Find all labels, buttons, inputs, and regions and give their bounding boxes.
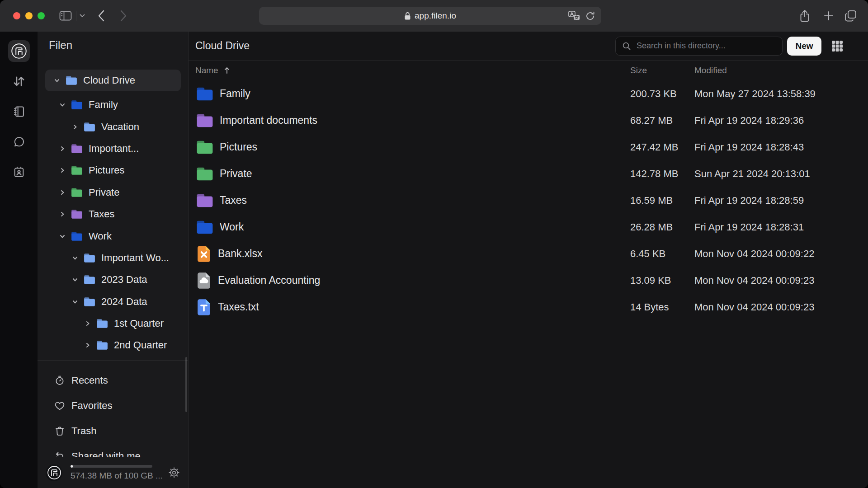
app-title: Filen: [38, 32, 188, 59]
tree-item-1st-quarter[interactable]: 1st Quarter: [45, 313, 181, 334]
sidebar-item-recents[interactable]: Recents: [45, 370, 181, 391]
folder-icon: [71, 165, 83, 175]
folder-icon: [196, 140, 213, 155]
tree-item-cloud-drive[interactable]: Cloud Drive: [45, 70, 181, 91]
tree-item-label: Private: [89, 187, 119, 198]
file-size: 6.45 KB: [630, 248, 694, 260]
sidebar-toggle-icon[interactable]: [59, 11, 72, 21]
rail-item-notes-icon[interactable]: [8, 101, 30, 122]
forward-icon[interactable]: [120, 10, 127, 22]
avatar[interactable]: [46, 465, 62, 481]
translate-icon[interactable]: [568, 11, 580, 21]
file-modified: Fri Apr 19 2024 18:29:36: [694, 115, 868, 127]
file-name: Taxes: [220, 194, 247, 206]
rail-item-chat-icon[interactable]: [8, 131, 30, 153]
minimize-window-button[interactable]: [25, 12, 33, 19]
folder-icon: [84, 297, 95, 307]
address-bar[interactable]: app.filen.io: [259, 7, 601, 25]
back-icon[interactable]: [98, 10, 104, 22]
chevron-down-icon[interactable]: [71, 254, 79, 262]
tree-item-2nd-quarter[interactable]: 2nd Quarter: [45, 334, 181, 356]
rail-item-transfers-icon[interactable]: [8, 70, 30, 92]
folder-icon: [71, 231, 83, 241]
storage-label: 574.38 MB of 100 GB ...: [71, 471, 163, 481]
grid-view-icon[interactable]: [831, 40, 844, 52]
traffic-lights: [13, 12, 45, 19]
zoom-window-button[interactable]: [38, 12, 45, 19]
chevron-right-icon[interactable]: [84, 319, 92, 328]
chevron-right-icon[interactable]: [58, 210, 66, 218]
chevron-right-icon[interactable]: [58, 145, 66, 153]
new-tab-icon[interactable]: [823, 10, 834, 21]
tree-item-work[interactable]: Work: [45, 225, 181, 247]
tab-overview-icon[interactable]: [844, 10, 857, 22]
lock-icon: [404, 12, 411, 20]
tree-item-private[interactable]: Private: [45, 182, 181, 203]
file-modified: Mon Nov 04 2024 00:09:22: [694, 248, 868, 260]
chevron-down-icon[interactable]: [58, 232, 66, 240]
tree-item-family[interactable]: Family: [45, 94, 181, 116]
chevron-right-icon[interactable]: [84, 341, 92, 349]
table-row[interactable]: Taxes16.59 MBFri Apr 19 2024 18:28:59: [189, 187, 868, 214]
chevron-right-icon[interactable]: [58, 188, 66, 197]
table-row[interactable]: Family200.73 KBMon May 27 2024 13:58:39: [189, 80, 868, 107]
folder-icon: [84, 253, 95, 263]
folder-icon: [96, 319, 108, 328]
new-button[interactable]: New: [787, 37, 821, 56]
chevron-down-icon[interactable]: [71, 276, 79, 284]
tree-item-2024-data[interactable]: 2024 Data: [45, 291, 181, 313]
chevron-down-icon[interactable]: [80, 14, 85, 18]
tree-item-taxes[interactable]: Taxes: [45, 203, 181, 225]
rail-item-contacts-icon[interactable]: [8, 161, 30, 183]
file-modified: Fri Apr 19 2024 18:28:31: [694, 221, 868, 233]
tree-item-label: 1st Quarter: [114, 318, 164, 329]
chevron-down-icon[interactable]: [71, 298, 79, 306]
table-row[interactable]: Evaluation Accounting13.09 KBMon Nov 04 …: [189, 267, 868, 294]
folder-icon: [66, 75, 77, 85]
table-row[interactable]: Taxes.txt14 BytesMon Nov 04 2024 00:09:2…: [189, 294, 868, 320]
file-size: 16.59 MB: [630, 195, 694, 206]
folder-icon: [71, 188, 83, 197]
chevron-down-icon[interactable]: [53, 76, 61, 84]
tree-item-important[interactable]: Important...: [45, 138, 181, 160]
file-modified: Mon Nov 04 2024 00:09:23: [694, 275, 868, 286]
file-modified: Fri Apr 19 2024 18:28:43: [694, 141, 868, 153]
table-row[interactable]: Work26.28 MBFri Apr 19 2024 18:28:31: [189, 214, 868, 240]
chevron-down-icon[interactable]: [58, 101, 66, 109]
folder-icon: [84, 122, 95, 132]
reload-icon[interactable]: [585, 11, 595, 21]
chat-icon: [13, 136, 25, 148]
search-icon: [622, 42, 631, 51]
search-input[interactable]: [636, 41, 776, 51]
column-header-size[interactable]: Size: [630, 66, 694, 75]
sidebar-item-label: Recents: [71, 375, 108, 386]
sidebar-scrollbar[interactable]: [185, 357, 187, 412]
column-header-modified[interactable]: Modified: [694, 66, 868, 75]
close-window-button[interactable]: [13, 12, 20, 19]
table-row[interactable]: Pictures247.42 MBFri Apr 19 2024 18:28:4…: [189, 134, 868, 160]
settings-gear-icon[interactable]: [168, 467, 180, 479]
rail-item-filen-logo[interactable]: [8, 40, 30, 62]
tree-item-vacation[interactable]: Vacation: [45, 116, 181, 137]
file-name: Evaluation Accounting: [218, 274, 320, 286]
tree-item-pictures[interactable]: Pictures: [45, 160, 181, 181]
chevron-right-icon[interactable]: [58, 166, 66, 174]
tree-item-important-wo[interactable]: Important Wo...: [45, 247, 181, 269]
timer-icon: [54, 375, 65, 386]
column-header-name[interactable]: Name: [189, 66, 630, 75]
tree-item-2023-data[interactable]: 2023 Data: [45, 269, 181, 291]
folder-icon: [71, 209, 83, 219]
table-row[interactable]: Bank.xlsx6.45 KBMon Nov 04 2024 00:09:22: [189, 240, 868, 267]
table-row[interactable]: Important documents68.27 MBFri Apr 19 20…: [189, 107, 868, 134]
main-header: Cloud Drive New: [189, 32, 868, 61]
browser-titlebar: app.filen.io: [0, 0, 868, 32]
sidebar-item-favorites[interactable]: Favorites: [45, 395, 181, 417]
account-footer: 574.38 MB of 100 GB ...: [38, 457, 188, 488]
file-name: Family: [220, 88, 250, 100]
table-row[interactable]: Private142.78 MBSun Apr 21 2024 20:13:01: [189, 160, 868, 187]
file-excel-icon: [196, 245, 212, 263]
folder-icon: [196, 167, 213, 181]
chevron-right-icon[interactable]: [71, 123, 79, 131]
sidebar-item-trash[interactable]: Trash: [45, 420, 181, 442]
share-icon[interactable]: [799, 9, 810, 22]
